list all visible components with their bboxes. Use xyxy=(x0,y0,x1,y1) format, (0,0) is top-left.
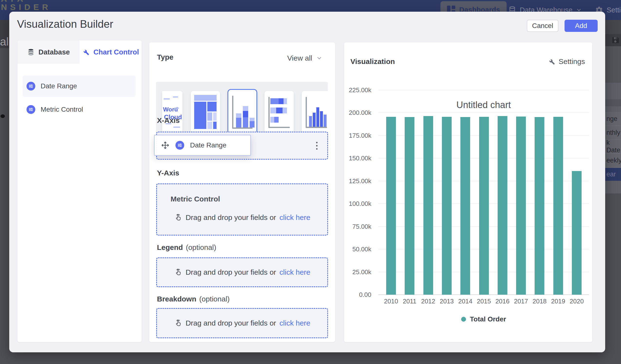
chart-plot xyxy=(379,90,589,295)
background-dropdown-menu: nge nthly k Date eekly xyxy=(605,112,621,168)
chart-type-stacked-bar[interactable] xyxy=(264,91,294,134)
tab-chart-control-label: Chart Control xyxy=(93,48,139,56)
visualization-settings-button[interactable]: Settings xyxy=(548,57,585,66)
visualization-builder-modal: Visualization Builder Cancel Add Databas… xyxy=(9,12,605,352)
view-all-dropdown[interactable]: View all xyxy=(287,54,322,62)
y-tick-label: 225.00k xyxy=(349,86,371,94)
sliders-icon xyxy=(27,82,35,90)
click-here-link[interactable]: click here xyxy=(280,268,310,277)
chart-type-column[interactable] xyxy=(302,91,328,134)
x-tick-label: 2010 xyxy=(384,297,398,305)
cancel-button[interactable]: Cancel xyxy=(527,20,558,32)
builder-panel: Type View all Word Cloud xyxy=(149,42,335,342)
x-axis-drop-zone[interactable]: Date Range Date Range xyxy=(156,132,328,160)
field-item-metric-control[interactable]: Metric Control xyxy=(23,100,136,119)
breakdown-optional-text: (optional) xyxy=(199,295,230,303)
tab-database[interactable]: Database xyxy=(17,40,80,64)
sliders-icon xyxy=(27,105,35,114)
legend-label-text: Legend xyxy=(157,243,183,251)
x-tick-label: 2019 xyxy=(551,297,565,305)
y-tick-label: 100.00k xyxy=(349,200,371,208)
x-tick-label: 2013 xyxy=(440,297,454,305)
field-item-label: Date Range xyxy=(41,82,77,90)
fields-panel-tabs: Database Chart Control xyxy=(17,40,142,64)
breakdown-drop-zone[interactable]: Drag and drop your fields or click here xyxy=(156,308,328,338)
breakdown-label-text: Breakdown xyxy=(157,295,196,303)
x-tick-label: 2014 xyxy=(458,297,472,305)
y-axis-zone-title: Metric Control xyxy=(171,195,220,203)
modal-title: Visualization Builder xyxy=(17,18,113,30)
add-button[interactable]: Add xyxy=(565,20,598,32)
y-tick-label: 0.00 xyxy=(359,291,371,298)
hand-click-icon xyxy=(174,268,182,277)
click-here-link[interactable]: click here xyxy=(280,213,310,222)
bar-2016 xyxy=(498,116,507,295)
hand-click-icon xyxy=(174,319,182,327)
y-tick-label: 125.00k xyxy=(349,177,371,185)
bar-2013 xyxy=(442,117,452,295)
chart-type-treemap[interactable] xyxy=(191,91,220,134)
x-tick-label: 2011 xyxy=(403,297,416,305)
legend-section-label: Legend(optional) xyxy=(157,243,216,252)
y-axis-drop-zone[interactable]: Metric Control Drag and drop your fields… xyxy=(156,183,328,236)
chevron-down-icon xyxy=(316,55,322,61)
y-tick-label: 175.00k xyxy=(349,132,371,139)
chart-type-word-cloud[interactable]: Word Cloud xyxy=(162,91,183,134)
y-tick-label: 75.00k xyxy=(352,223,371,230)
visualization-panel: Visualization Settings Untitled chart 22… xyxy=(344,42,592,342)
y-axis-labels: 225.00k200.00k175.00k150.00k125.00k100.0… xyxy=(344,90,375,295)
gridline xyxy=(379,112,589,113)
legend-optional-text: (optional) xyxy=(186,243,216,251)
hand-click-icon xyxy=(174,213,182,222)
database-icon xyxy=(27,48,34,56)
x-axis-field-label: Date Range xyxy=(190,141,226,149)
chart-type-stacked-column-selected[interactable] xyxy=(227,89,257,135)
legend-label: Total Order xyxy=(470,315,506,323)
menu-item-fragment[interactable]: nge xyxy=(605,112,621,126)
menu-item-fragment[interactable]: eekly xyxy=(605,154,621,167)
x-tick-label: 2018 xyxy=(533,297,547,305)
bar-2010 xyxy=(386,117,396,295)
y-tick-label: 25.00k xyxy=(352,268,371,276)
menu-item-fragment[interactable]: nthly xyxy=(605,126,621,140)
legend-swatch-total-order xyxy=(461,317,466,322)
x-axis-section-label: X-Axis xyxy=(157,116,180,124)
save-icon xyxy=(611,36,620,44)
y-tick-label: 200.00k xyxy=(349,109,371,117)
y-axis-section-label: Y-Axis xyxy=(157,169,179,177)
bar-2019 xyxy=(553,117,563,295)
visualization-header: Visualization xyxy=(350,57,395,66)
click-here-link[interactable]: click here xyxy=(280,319,310,327)
breakdown-section-label: Breakdown(optional) xyxy=(157,295,230,303)
y-tick-label: 50.00k xyxy=(352,245,371,253)
fields-panel: Database Chart Control Date Range Metric… xyxy=(17,40,142,342)
menu-item-selected[interactable]: ear xyxy=(605,168,621,181)
y-tick-label: 150.00k xyxy=(349,155,371,162)
bar-2014 xyxy=(460,117,470,295)
legend-drop-zone[interactable]: Drag and drop your fields or click here xyxy=(156,258,328,287)
x-axis-labels: 2010201120122013201420152016201720182019… xyxy=(379,297,589,307)
bar-2012 xyxy=(423,116,433,295)
menu-item-fragment[interactable]: k Date xyxy=(605,140,621,154)
move-icon xyxy=(161,141,170,150)
nav-settings-label: Settin xyxy=(607,6,621,14)
field-item-label: Metric Control xyxy=(41,105,83,113)
word-cloud-word: Word xyxy=(163,106,178,113)
x-tick-label: 2020 xyxy=(570,297,584,305)
x-axis-field-menu-button[interactable] xyxy=(316,132,318,159)
bar-2015 xyxy=(479,117,489,295)
bar-2011 xyxy=(405,117,414,295)
bar-2020 xyxy=(572,171,582,295)
x-axis-field-chip[interactable]: Date Range xyxy=(154,135,251,156)
chart-legend[interactable]: Total Order xyxy=(379,315,589,323)
drop-text: Drag and drop your fields or xyxy=(186,213,276,222)
bar-2018 xyxy=(535,117,544,295)
x-tick-label: 2015 xyxy=(477,297,491,305)
background-right-strip: nge nthly k Date eekly ear xyxy=(605,20,621,364)
drop-text: Drag and drop your fields or xyxy=(186,268,276,277)
field-item-date-range[interactable]: Date Range xyxy=(23,75,136,97)
app-logo: ATA NSIDER xyxy=(1,0,51,11)
tab-chart-control[interactable]: Chart Control xyxy=(80,40,142,64)
background-bullet-dot xyxy=(0,114,5,118)
gridline xyxy=(379,90,589,90)
